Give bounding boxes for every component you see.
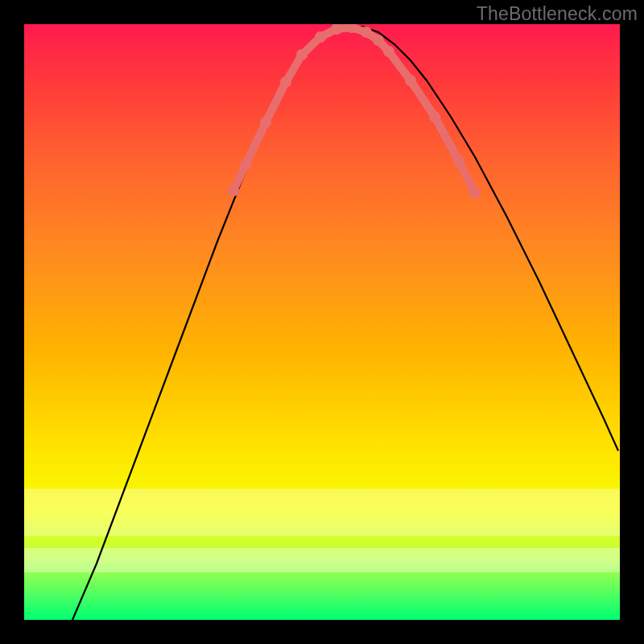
curve-marker bbox=[228, 185, 239, 196]
marker-segment bbox=[266, 82, 286, 122]
watermark-text: TheBottleneck.com bbox=[477, 3, 638, 25]
marker-segment bbox=[246, 122, 266, 165]
curve-marker bbox=[361, 27, 372, 38]
curve-marker bbox=[383, 46, 394, 57]
bottleneck-curve bbox=[72, 27, 618, 620]
curve-marker bbox=[429, 111, 440, 122]
curve-marker bbox=[373, 35, 384, 46]
chart-svg bbox=[24, 24, 620, 620]
curve-marker bbox=[260, 117, 271, 128]
curve-marker bbox=[469, 188, 481, 199]
curve-marker bbox=[405, 75, 416, 86]
plot-area bbox=[24, 24, 620, 620]
chart-frame: TheBottleneck.com bbox=[0, 0, 644, 644]
curve-marker bbox=[453, 155, 464, 167]
curve-markers bbox=[228, 24, 481, 199]
curve-marker bbox=[315, 31, 326, 43]
curve-marker bbox=[240, 159, 251, 171]
curve-marker bbox=[296, 49, 308, 60]
curve-marker bbox=[280, 76, 291, 88]
